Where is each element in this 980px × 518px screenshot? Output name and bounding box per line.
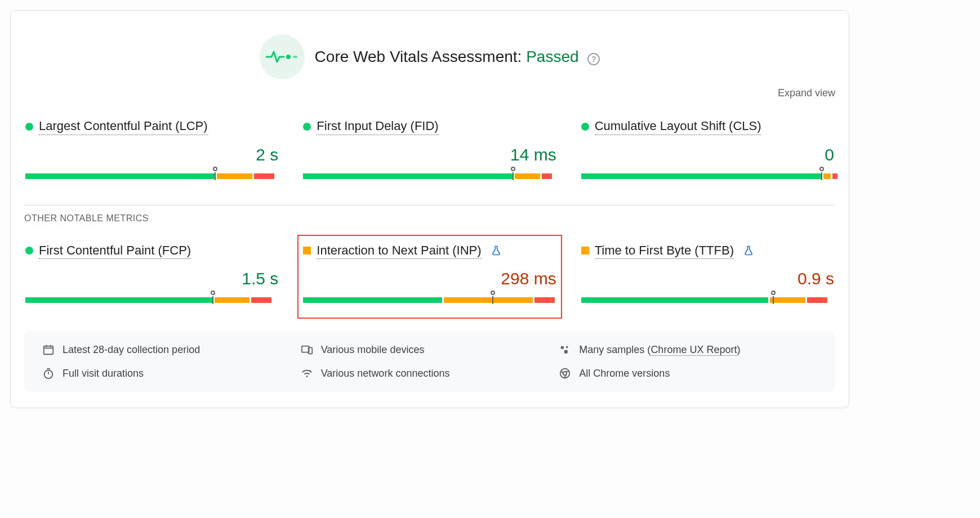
metric-value: 14 ms	[303, 145, 556, 164]
distribution-bar	[303, 297, 556, 303]
status-dot-good	[25, 123, 33, 131]
distribution-segment-r	[251, 297, 271, 303]
title-prefix: Core Web Vitals Assessment:	[315, 48, 522, 65]
status-square-warn	[303, 247, 311, 254]
metric-value: 2 s	[25, 145, 278, 164]
crux-report-link[interactable]: Chrome UX Report	[651, 344, 737, 356]
metric-name-link[interactable]: Time to First Byte (TTFB)	[595, 243, 734, 260]
status-square-warn	[581, 247, 589, 254]
distribution-segment-r	[534, 297, 555, 303]
assessment-status: Passed	[526, 48, 578, 65]
metric-card: Largest Contentful Paint (LCP) 2 s	[24, 115, 279, 190]
metric-card: First Contentful Paint (FCP) 1.5 s	[24, 239, 279, 315]
percentile-marker	[771, 291, 776, 295]
distribution-segment-o	[444, 297, 532, 303]
calendar-icon	[42, 343, 55, 356]
svg-rect-2	[44, 346, 54, 355]
distribution-segment-g	[25, 297, 213, 303]
info-chrome: All Chrome versions	[579, 368, 670, 379]
metric-card: First Input Delay (FID) 14 ms	[302, 115, 557, 190]
distribution-segment-o	[515, 173, 540, 179]
distribution-segment-o	[217, 173, 252, 179]
info-durations: Full visit durations	[63, 368, 144, 379]
info-network: Various network connections	[321, 368, 450, 379]
distribution-bar	[25, 173, 278, 179]
metric-name-link[interactable]: Interaction to Next Paint (INP)	[317, 243, 481, 260]
percentile-marker	[491, 291, 495, 295]
status-dot-good	[581, 123, 589, 131]
svg-point-8	[44, 370, 53, 379]
metric-value: 1.5 s	[25, 269, 278, 288]
expand-view-toggle[interactable]: Expand view	[778, 87, 835, 99]
svg-rect-3	[301, 346, 309, 352]
percentile-marker	[211, 291, 215, 295]
distribution-segment-o	[215, 297, 250, 303]
svg-point-9	[306, 376, 308, 377]
network-icon	[301, 367, 313, 379]
svg-rect-1	[293, 56, 297, 58]
experimental-flask-icon	[491, 245, 502, 256]
distribution-segment-g	[303, 297, 442, 303]
status-dot-good	[25, 247, 33, 254]
metric-name-link[interactable]: First Input Delay (FID)	[317, 118, 438, 135]
data-source-info: Latest 28-day collection period Various …	[24, 331, 835, 392]
info-collection-period: Latest 28-day collection period	[63, 344, 200, 356]
experimental-flask-icon	[743, 245, 754, 256]
distribution-segment-o	[770, 297, 805, 303]
svg-point-6	[566, 346, 568, 349]
distribution-bar	[581, 173, 834, 179]
distribution-segment-g	[581, 297, 769, 303]
status-dot-good	[303, 123, 311, 131]
samples-icon	[559, 343, 571, 356]
distribution-segment-g	[25, 173, 215, 179]
panel-header: Core Web Vitals Assessment: Passed ?	[24, 34, 835, 79]
metric-name-link[interactable]: Largest Contentful Paint (LCP)	[39, 118, 208, 135]
metric-name-link[interactable]: Cumulative Layout Shift (CLS)	[595, 118, 761, 135]
metric-value: 0.9 s	[581, 269, 834, 288]
metric-name-link[interactable]: First Contentful Paint (FCP)	[39, 243, 191, 260]
section-divider	[24, 205, 835, 206]
percentile-marker	[213, 167, 217, 171]
percentile-marker	[511, 167, 515, 171]
svg-point-5	[561, 346, 564, 350]
help-icon[interactable]: ?	[587, 53, 600, 65]
distribution-bar	[581, 297, 834, 303]
distribution-segment-g	[303, 173, 513, 179]
other-metrics-heading: OTHER NOTABLE METRICS	[24, 213, 835, 224]
stopwatch-icon	[42, 367, 55, 379]
distribution-segment-r	[832, 173, 838, 179]
distribution-segment-o	[823, 173, 831, 179]
metric-card: Interaction to Next Paint (INP) 298 ms	[302, 239, 557, 315]
metric-value: 0	[581, 145, 834, 164]
distribution-segment-r	[807, 297, 827, 303]
distribution-bar	[25, 297, 278, 303]
percentile-marker	[819, 167, 824, 171]
distribution-segment-r	[254, 173, 274, 179]
cwv-panel: Core Web Vitals Assessment: Passed ? Exp…	[10, 10, 849, 408]
metric-value: 298 ms	[303, 269, 556, 288]
panel-title: Core Web Vitals Assessment: Passed ?	[315, 48, 600, 66]
distribution-bar	[303, 173, 556, 179]
svg-point-7	[564, 350, 568, 354]
devices-icon	[301, 343, 313, 356]
metric-card: Cumulative Layout Shift (CLS) 0	[580, 115, 835, 190]
vitals-pulse-icon	[260, 34, 305, 79]
metric-card: Time to First Byte (TTFB) 0.9 s	[580, 239, 835, 315]
svg-point-0	[286, 55, 291, 59]
info-samples: Many samples (Chrome UX Report)	[579, 344, 740, 356]
distribution-segment-r	[542, 173, 552, 179]
chrome-icon	[559, 367, 571, 379]
distribution-segment-g	[581, 173, 822, 179]
info-devices: Various mobile devices	[321, 344, 425, 356]
